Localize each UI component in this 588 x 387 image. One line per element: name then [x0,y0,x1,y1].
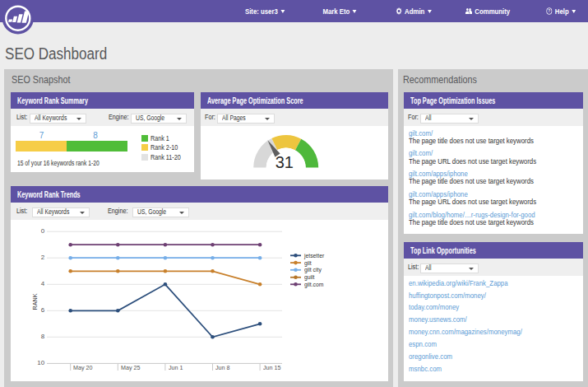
svg-text:?: ? [549,9,551,13]
